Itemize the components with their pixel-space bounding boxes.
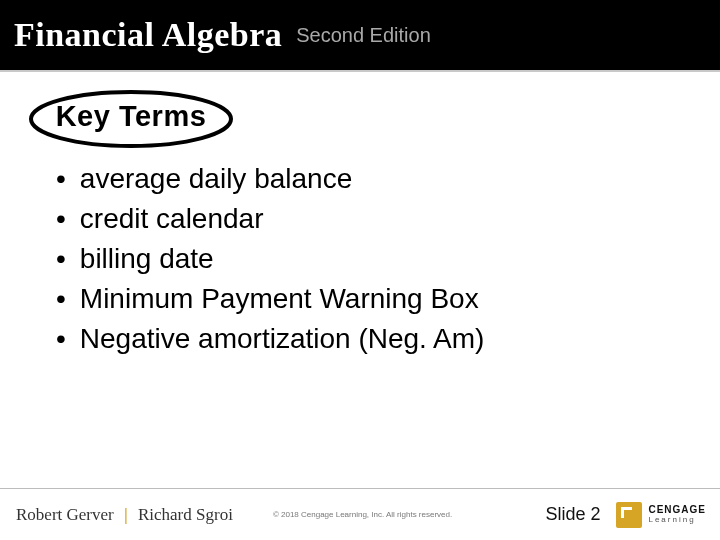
term-text: billing date <box>80 240 214 278</box>
bullet-icon: • <box>56 280 66 318</box>
term-text: average daily balance <box>80 160 352 198</box>
list-item: • credit calendar <box>56 200 680 238</box>
slide-footer: Robert Gerver | Richard Sgroi © 2018 Cen… <box>0 488 720 540</box>
copyright-text: © 2018 Cengage Learning, Inc. All rights… <box>273 510 452 519</box>
term-text: Minimum Payment Warning Box <box>80 280 479 318</box>
author-1: Robert Gerver <box>16 505 114 524</box>
logo-text: CENGAGE Learning <box>648 505 706 524</box>
section-title: Key Terms <box>26 100 236 133</box>
bullet-icon: • <box>56 240 66 278</box>
publisher-logo: CENGAGE Learning <box>616 502 706 528</box>
author-2: Richard Sgroi <box>138 505 233 524</box>
list-item: • Minimum Payment Warning Box <box>56 280 680 318</box>
logo-line2: Learning <box>648 516 706 524</box>
bullet-icon: • <box>56 200 66 238</box>
term-text: Negative amortization (Neg. Am) <box>80 320 485 358</box>
list-item: • average daily balance <box>56 160 680 198</box>
logo-line1: CENGAGE <box>648 505 706 515</box>
terms-list: • average daily balance • credit calenda… <box>56 160 680 360</box>
author-separator: | <box>124 505 128 524</box>
slide-number: Slide 2 <box>545 504 600 525</box>
bullet-icon: • <box>56 320 66 358</box>
slide-header: Financial Algebra Second Edition <box>0 0 720 72</box>
section-title-container: Key Terms <box>26 88 236 150</box>
list-item: • Negative amortization (Neg. Am) <box>56 320 680 358</box>
slide: Financial Algebra Second Edition Key Ter… <box>0 0 720 540</box>
list-item: • billing date <box>56 240 680 278</box>
bullet-icon: • <box>56 160 66 198</box>
logo-mark-icon <box>616 502 642 528</box>
book-title: Financial Algebra <box>14 16 282 54</box>
authors: Robert Gerver | Richard Sgroi <box>16 505 233 525</box>
term-text: credit calendar <box>80 200 264 238</box>
book-edition: Second Edition <box>296 24 431 47</box>
